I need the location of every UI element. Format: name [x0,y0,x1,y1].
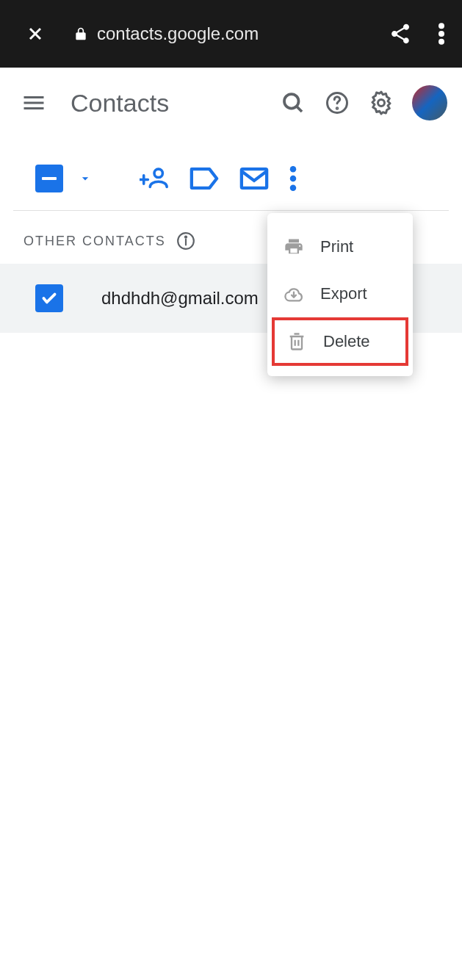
menu-item-export[interactable]: Export [267,270,413,317]
menu-item-label: Export [320,284,367,303]
menu-item-print[interactable]: Print [267,223,413,270]
svg-point-9 [290,166,297,173]
email-icon[interactable] [239,167,269,190]
svg-point-7 [154,169,162,177]
avatar[interactable] [412,85,447,120]
svg-point-1 [438,31,444,37]
section-title: OTHER CONTACTS [24,234,166,249]
select-all-checkbox[interactable] [35,165,63,192]
more-vert-icon[interactable] [289,166,297,191]
contact-checkbox[interactable] [35,284,63,312]
svg-point-3 [284,94,299,109]
browser-chrome-bar: contacts.google.com [0,0,462,68]
svg-point-11 [290,185,297,192]
trash-icon [286,331,307,353]
help-icon[interactable] [324,90,350,116]
app-header: Contacts [0,68,462,138]
svg-rect-8 [242,169,267,188]
browser-right-actions [389,22,444,46]
gear-icon[interactable] [368,90,394,116]
svg-point-2 [438,39,444,45]
dropdown-menu: Print Export Delete [267,213,413,376]
cloud-download-icon [284,284,304,304]
svg-point-13 [185,237,187,238]
browser-more-icon[interactable] [438,22,444,46]
menu-item-label: Delete [323,332,370,351]
check-icon [40,289,59,308]
label-icon[interactable] [190,166,219,191]
svg-point-0 [438,23,444,29]
search-icon[interactable] [280,90,306,116]
print-icon [284,237,304,257]
svg-point-10 [290,176,297,182]
browser-url-area[interactable]: contacts.google.com [73,24,389,44]
svg-point-6 [378,100,385,107]
info-icon[interactable] [176,231,195,251]
close-icon [25,24,46,44]
add-person-icon[interactable] [140,165,169,192]
chevron-down-icon[interactable] [78,171,93,186]
menu-item-delete[interactable]: Delete [272,317,408,366]
lock-icon [73,25,88,43]
browser-close-button[interactable] [18,24,53,44]
action-toolbar [0,138,462,210]
menu-item-label: Print [320,237,353,256]
share-icon[interactable] [389,22,412,46]
contact-email: dhdhdh@gmail.com [101,288,259,309]
svg-point-5 [336,108,338,109]
page-title: Contacts [71,89,262,118]
hamburger-menu-icon[interactable] [21,90,47,116]
browser-url-text: contacts.google.com [97,24,259,44]
